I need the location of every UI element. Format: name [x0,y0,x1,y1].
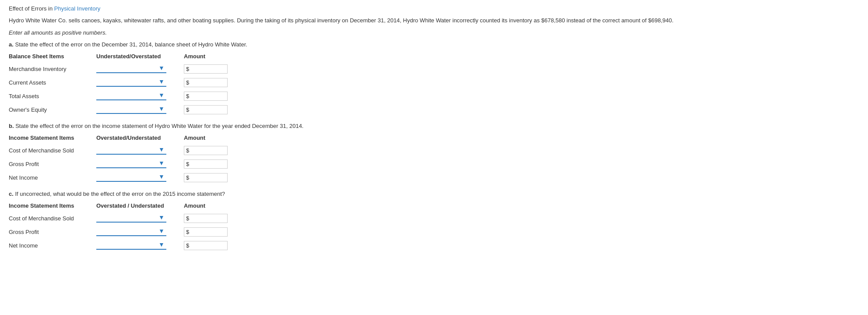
row-dropdown-cell: UnderstatedOverstatedNo Effect▼ [96,76,184,89]
row-amount-cell: $ [184,76,245,89]
section-b-col1-header: Income Statement Items [9,133,96,144]
section-c-text: If uncorrected, what would be the effect… [14,191,225,197]
amount-wrapper: $ [184,241,228,250]
row-dropdown-cell: OverstatedUnderstatedNo Effect▼ [96,212,184,225]
row-dropdown-cell: OverstatedUnderstatedNo Effect▼ [96,144,184,157]
dropdown-wrapper: OverstatedUnderstatedNo Effect▼ [96,159,166,168]
amount-wrapper: $ [184,64,228,74]
chevron-down-icon: ▼ [158,241,165,248]
instruction-text: Enter all amounts as positive numbers. [9,29,859,36]
amount-wrapper: $ [184,92,228,101]
dollar-sign: $ [186,147,189,154]
section-b-col3-header: Amount [184,133,245,144]
section_c-amount-input-1[interactable] [190,229,223,235]
section-a-col1-header: Balance Sheet Items [9,51,96,62]
row-dropdown-cell: OverstatedUnderstatedNo Effect▼ [96,171,184,184]
section-c-bold: c. [9,191,14,197]
row-amount-cell: $ [184,212,245,225]
chevron-down-icon: ▼ [158,227,165,234]
section_c-amount-input-2[interactable] [190,242,223,249]
section_b-dropdown-1[interactable]: OverstatedUnderstatedNo Effect [96,160,158,166]
section-b-text: State the effect of the error on the inc… [14,123,304,129]
row-amount-cell: $ [184,89,245,103]
description-text: Hydro White Water Co. sells canoes, kaya… [9,16,859,25]
row-dropdown-cell: OverstatedUnderstatedNo Effect▼ [96,239,184,252]
section_b-dropdown-0[interactable]: OverstatedUnderstatedNo Effect [96,146,158,153]
dollar-sign: $ [186,93,189,99]
row-amount-cell: $ [184,225,245,239]
section-a-text: State the effect of the error on the Dec… [14,41,247,48]
row-item-label: Gross Profit [9,157,96,171]
row-item-label: Merchandise Inventory [9,62,96,76]
table-row: Net IncomeOverstatedUnderstatedNo Effect… [9,171,245,184]
section_b-dropdown-2[interactable]: OverstatedUnderstatedNo Effect [96,173,158,180]
section-a-col3-header: Amount [184,51,245,62]
section_a-amount-input-3[interactable] [190,106,223,113]
row-amount-cell: $ [184,239,245,252]
dollar-sign: $ [186,215,189,222]
chevron-down-icon: ▼ [158,159,165,166]
dollar-sign: $ [186,161,189,167]
row-amount-cell: $ [184,171,245,184]
dropdown-wrapper: UnderstatedOverstatedNo Effect▼ [96,64,166,73]
section_a-dropdown-2[interactable]: UnderstatedOverstatedNo Effect [96,92,158,99]
section-b-label: b. State the effect of the error on the … [9,123,859,129]
dollar-sign: $ [186,174,189,181]
amount-wrapper: $ [184,78,228,87]
section_c-dropdown-0[interactable]: OverstatedUnderstatedNo Effect [96,214,158,221]
row-item-label: Gross Profit [9,225,96,239]
section_a-dropdown-3[interactable]: UnderstatedOverstatedNo Effect [96,106,158,112]
section_a-dropdown-0[interactable]: UnderstatedOverstatedNo Effect [96,65,158,71]
section-c-label: c. If uncorrected, what would be the eff… [9,191,859,197]
section_b-amount-input-2[interactable] [190,174,223,181]
amount-wrapper: $ [184,105,228,114]
section-b-bold: b. [9,123,14,129]
section_c-dropdown-1[interactable]: OverstatedUnderstatedNo Effect [96,228,158,234]
table-row: Gross ProfitOverstatedUnderstatedNo Effe… [9,225,245,239]
section-c-col3-header: Amount [184,201,245,212]
chevron-down-icon: ▼ [158,173,165,180]
row-amount-cell: $ [184,157,245,171]
table-row: Owner's EquityUnderstatedOverstatedNo Ef… [9,103,245,117]
row-amount-cell: $ [184,103,245,117]
section_b-amount-input-0[interactable] [190,147,223,154]
dropdown-wrapper: UnderstatedOverstatedNo Effect▼ [96,78,166,87]
row-dropdown-cell: OverstatedUnderstatedNo Effect▼ [96,157,184,171]
title-line: Effect of Errors in Physical Inventory [9,5,859,12]
dollar-sign: $ [186,242,189,249]
section-a-table: Balance Sheet Items Understated/Overstat… [9,51,245,117]
chevron-down-icon: ▼ [158,64,165,71]
section-c-table: Income Statement Items Overstated / Unde… [9,201,245,252]
section_a-amount-input-2[interactable] [190,93,223,99]
amount-wrapper: $ [184,159,228,169]
section-a-label: a. State the effect of the error on the … [9,41,859,48]
section_c-amount-input-0[interactable] [190,215,223,222]
dropdown-wrapper: UnderstatedOverstatedNo Effect▼ [96,105,166,114]
amount-wrapper: $ [184,146,228,155]
row-item-label: Cost of Merchandise Sold [9,212,96,225]
section-b-col2-header: Overstated/Understated [96,133,184,144]
row-item-label: Net Income [9,239,96,252]
section_c-dropdown-2[interactable]: OverstatedUnderstatedNo Effect [96,241,158,248]
table-row: Net IncomeOverstatedUnderstatedNo Effect… [9,239,245,252]
table-row: Total AssetsUnderstatedOverstatedNo Effe… [9,89,245,103]
dropdown-wrapper: UnderstatedOverstatedNo Effect▼ [96,92,166,100]
section_a-dropdown-1[interactable]: UnderstatedOverstatedNo Effect [96,78,158,85]
section_b-amount-input-1[interactable] [190,161,223,167]
amount-wrapper: $ [184,173,228,182]
table-row: Merchandise InventoryUnderstatedOverstat… [9,62,245,76]
chevron-down-icon: ▼ [158,92,165,99]
chevron-down-icon: ▼ [158,78,165,85]
section-b-table: Income Statement Items Overstated/Unders… [9,133,245,184]
dollar-sign: $ [186,229,189,235]
row-dropdown-cell: UnderstatedOverstatedNo Effect▼ [96,103,184,117]
section_a-amount-input-1[interactable] [190,79,223,86]
chevron-down-icon: ▼ [158,214,165,221]
row-amount-cell: $ [184,62,245,76]
section_a-amount-input-0[interactable] [190,66,223,72]
physical-inventory-link[interactable]: Physical Inventory [54,5,101,12]
row-item-label: Net Income [9,171,96,184]
chevron-down-icon: ▼ [158,146,165,153]
dropdown-wrapper: OverstatedUnderstatedNo Effect▼ [96,241,166,250]
section-c-col1-header: Income Statement Items [9,201,96,212]
